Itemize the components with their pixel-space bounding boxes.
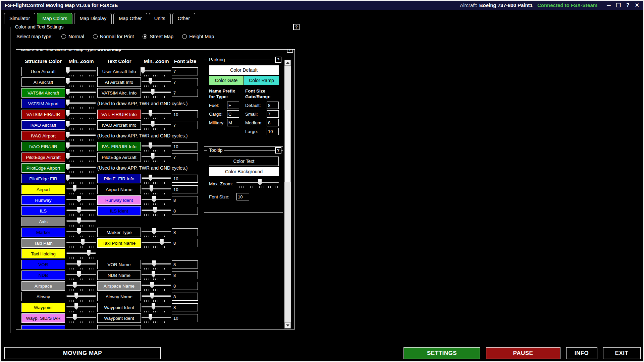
slider-thumb[interactable] [66,164,70,170]
slider-thumb[interactable] [141,67,145,74]
structure-color-button[interactable]: Waypoint [21,303,65,312]
name-prefix-input-fuel[interactable] [227,102,239,109]
slider-thumb[interactable] [66,67,70,74]
gate-ramp-size-input-default[interactable] [267,102,279,109]
min-zoom-slider[interactable] [66,174,96,184]
slider-thumb[interactable] [73,314,77,320]
max-zoom-slider[interactable] [236,179,279,189]
min-zoom-slider[interactable] [66,131,96,141]
map-type-radio-height-map[interactable]: Height Map [182,34,214,39]
settings-button[interactable]: SETTINGS [404,347,480,359]
min-zoom-slider[interactable] [66,196,96,206]
slider-thumb[interactable] [152,196,156,202]
help-button[interactable]: ? [287,49,293,53]
slider-thumb[interactable] [66,121,70,127]
text-color-button[interactable]: Taxi Point Name [97,238,141,248]
slider-thumb[interactable] [153,207,157,213]
min-zoom-slider[interactable] [66,142,96,152]
font-size-input[interactable] [172,175,198,183]
slider-thumb[interactable] [77,218,81,224]
slider-thumb[interactable] [66,175,70,181]
min-zoom-slider[interactable] [66,110,96,120]
name-prefix-input-cargo[interactable] [227,110,239,118]
text-min-zoom-slider[interactable] [142,174,171,184]
close-icon[interactable]: ✕ [635,3,639,8]
slider-thumb[interactable] [66,153,70,160]
structure-color-button[interactable]: VATSIM Aircraft [21,88,65,98]
min-zoom-slider[interactable] [66,67,96,77]
text-min-zoom-slider[interactable] [142,121,171,131]
min-zoom-slider[interactable] [66,99,96,109]
structure-color-button[interactable] [21,325,65,329]
structure-color-button[interactable]: Marker [21,228,65,237]
text-min-zoom-slider[interactable] [142,228,171,238]
structure-color-button[interactable]: User Aircraft [21,67,65,76]
slider-thumb[interactable] [150,282,154,288]
structure-color-button[interactable]: IVAO Aircraft [21,120,65,130]
scrollbar-thumb[interactable] [284,110,291,182]
text-min-zoom-slider[interactable] [142,88,171,99]
gate-ramp-size-input-large[interactable] [267,128,279,135]
tab-units[interactable]: Units [149,13,171,24]
structure-color-button[interactable]: AI Aircraft [21,77,65,87]
slider-thumb[interactable] [87,250,91,256]
parking-color-ramp-button[interactable]: Color Ramp [244,76,279,85]
structure-color-button[interactable]: Airport [21,185,65,194]
slider-thumb[interactable] [77,196,81,202]
slider-thumb[interactable] [152,271,155,278]
text-color-button[interactable]: Marker Type [97,228,141,237]
structure-color-button[interactable]: Runway [21,195,65,205]
slider-thumb[interactable] [77,207,81,213]
text-min-zoom-slider[interactable] [142,153,171,163]
font-size-input[interactable] [172,239,198,247]
text-min-zoom-slider[interactable] [142,110,171,120]
slider-thumb[interactable] [149,314,152,320]
scroll-down-button[interactable] [284,322,291,328]
font-size-input[interactable] [172,89,198,97]
text-color-button[interactable]: PilotE. FIR Info [97,174,141,183]
font-size-input[interactable] [172,207,198,215]
font-size-input[interactable] [172,142,198,150]
text-color-button[interactable]: VOR Name [97,260,141,269]
font-size-input[interactable] [172,196,198,204]
min-zoom-slider[interactable] [66,88,96,99]
slider-thumb[interactable] [66,142,70,149]
min-zoom-slider[interactable] [66,292,96,302]
tab-map-display[interactable]: Map Display [74,13,112,24]
text-color-button[interactable]: VATSIM Airc. Info [97,88,141,98]
tooltip-color-text-button[interactable]: Color Text [209,157,279,166]
tab-other[interactable]: Other [172,13,195,24]
structure-color-button[interactable]: Airspace [21,281,65,291]
map-type-radio-street-map[interactable]: Street Map [143,34,173,39]
min-zoom-slider[interactable] [66,249,96,259]
slider-thumb[interactable] [73,282,77,288]
text-color-button[interactable]: AI Aircraft Info [97,77,141,87]
min-zoom-slider[interactable] [66,239,96,249]
text-min-zoom-slider[interactable] [142,239,171,249]
tooltip-font-size-input[interactable] [236,193,249,200]
min-zoom-slider[interactable] [66,121,96,131]
structure-color-button[interactable]: Wayp. SID/STAR [21,313,65,323]
text-color-button[interactable]: User Aircraft Info [97,67,141,76]
text-min-zoom-slider[interactable] [142,282,171,292]
slider-thumb[interactable] [258,179,262,185]
structure-color-button[interactable]: Axis [21,217,65,226]
slider-thumb[interactable] [74,293,78,299]
min-zoom-slider[interactable] [66,185,96,195]
vertical-scrollbar[interactable] [284,60,291,328]
min-zoom-slider[interactable] [66,282,96,292]
slider-thumb[interactable] [74,303,78,310]
text-color-button[interactable]: Airspace Name [97,281,141,291]
font-size-input[interactable] [172,78,198,86]
slider-thumb[interactable] [149,175,152,181]
structure-color-button[interactable]: PilotEdge Aircraft [21,153,65,162]
text-color-button[interactable] [97,325,141,329]
structure-color-button[interactable]: ILS [21,206,65,216]
text-color-button[interactable]: NDB Name [97,270,141,280]
text-min-zoom-slider[interactable] [142,142,171,152]
slider-thumb[interactable] [81,239,85,245]
help-button[interactable]: ? [275,147,281,154]
tab-simulator[interactable]: Simulator [4,13,35,24]
min-zoom-slider[interactable] [66,314,96,324]
help-button[interactable]: ? [275,57,281,63]
